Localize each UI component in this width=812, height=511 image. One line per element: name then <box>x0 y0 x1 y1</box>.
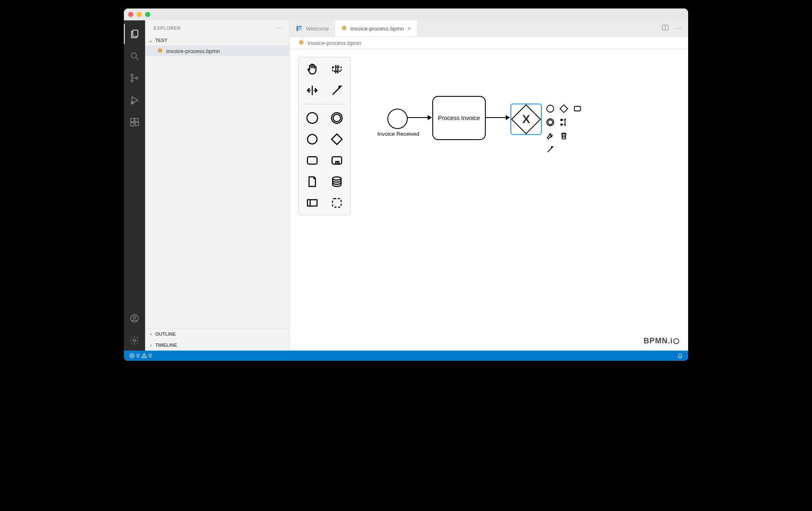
create-task-icon[interactable] <box>301 152 323 169</box>
context-pad <box>544 103 583 155</box>
append-gateway-icon[interactable] <box>558 103 570 115</box>
outline-section[interactable]: › OUTLINE <box>145 328 289 340</box>
minimize-window-button[interactable] <box>137 12 142 17</box>
svg-rect-43 <box>308 200 317 206</box>
file-tree: ⌄ TEST invoice-process.bpmn <box>145 35 289 328</box>
append-text-annotation-icon[interactable] <box>558 116 570 128</box>
svg-rect-37 <box>308 157 317 164</box>
timeline-label: TIMELINE <box>155 343 177 348</box>
svg-point-57 <box>674 339 679 344</box>
svg-point-1 <box>132 53 137 58</box>
explorer-view-icon[interactable] <box>124 24 145 44</box>
close-window-button[interactable] <box>128 12 133 17</box>
hand-tool-icon[interactable] <box>301 61 323 78</box>
svg-point-14 <box>133 339 136 342</box>
maximize-window-button[interactable] <box>145 12 150 17</box>
task[interactable]: Process Invoice <box>432 96 486 140</box>
append-end-event-icon[interactable] <box>544 103 556 115</box>
sidebar-header: EXPLORER ··· <box>145 20 289 35</box>
sequence-flow[interactable] <box>407 117 431 118</box>
svg-point-46 <box>547 105 554 112</box>
bpmn-canvas[interactable]: Invoice Received Process Invoice X <box>290 49 688 351</box>
svg-rect-11 <box>135 122 139 126</box>
create-end-event-icon[interactable] <box>301 131 323 148</box>
chevron-right-icon: › <box>148 343 154 348</box>
sequence-flow[interactable] <box>485 117 510 118</box>
svg-rect-19 <box>299 29 302 31</box>
status-bar: 0 0 <box>124 351 688 361</box>
lasso-tool-icon[interactable] <box>326 61 348 78</box>
bpmn-file-icon <box>341 25 347 32</box>
svg-rect-48 <box>574 107 581 111</box>
task-label: Process Invoice <box>438 115 480 121</box>
svg-point-35 <box>308 135 317 144</box>
space-tool-icon[interactable] <box>301 82 323 99</box>
spacer <box>571 130 583 142</box>
error-count: 0 <box>137 353 140 359</box>
close-tab-icon[interactable]: × <box>407 25 411 32</box>
run-debug-view-icon[interactable] <box>124 90 145 110</box>
svg-point-51 <box>561 119 563 121</box>
svg-point-3 <box>131 74 133 76</box>
bpmn-palette <box>298 57 351 215</box>
search-view-icon[interactable] <box>124 46 145 66</box>
create-data-object-icon[interactable] <box>301 173 323 190</box>
create-gateway-icon[interactable] <box>326 131 348 148</box>
start-event[interactable] <box>387 109 408 129</box>
window-titlebar <box>124 8 688 20</box>
svg-point-5 <box>136 77 138 79</box>
global-connect-tool-icon[interactable] <box>326 82 348 99</box>
svg-point-32 <box>307 113 318 124</box>
breadcrumb[interactable]: invoice-process.bpmn <box>290 37 688 49</box>
svg-point-15 <box>160 50 160 51</box>
start-event-label[interactable]: Invoice Received <box>373 131 424 137</box>
create-data-store-icon[interactable] <box>326 173 348 190</box>
tab-bar: Welcome invoice-process.bpmn × ··· <box>290 20 688 37</box>
svg-point-13 <box>133 316 136 319</box>
svg-point-23 <box>301 42 302 42</box>
svg-point-20 <box>344 27 344 28</box>
accounts-icon[interactable] <box>124 308 145 328</box>
bpmn-file-icon <box>298 39 304 47</box>
connect-arrow-icon[interactable] <box>544 143 556 155</box>
chevron-right-icon: › <box>148 332 154 337</box>
sidebar-more-actions[interactable]: ··· <box>275 24 283 32</box>
status-problems[interactable]: 0 0 <box>129 353 151 359</box>
gateway-selected[interactable]: X <box>510 104 542 135</box>
status-notifications-bell-icon[interactable] <box>677 353 683 359</box>
svg-rect-18 <box>299 28 302 29</box>
create-participant-icon[interactable] <box>301 194 323 211</box>
watermark-text: BPMN.i <box>644 337 673 345</box>
svg-point-4 <box>131 80 133 82</box>
svg-rect-0 <box>133 30 138 36</box>
tree-folder-root[interactable]: ⌄ TEST <box>145 35 289 45</box>
window-controls <box>128 12 150 17</box>
svg-rect-9 <box>135 118 138 122</box>
spacer <box>571 116 583 128</box>
file-name: invoice-process.bpmn <box>166 48 220 54</box>
delete-trash-icon[interactable] <box>558 130 570 142</box>
create-group-icon[interactable] <box>326 194 348 211</box>
extensions-view-icon[interactable] <box>124 112 145 132</box>
settings-gear-icon[interactable] <box>124 330 145 351</box>
split-editor-icon[interactable] <box>661 24 669 33</box>
svg-rect-16 <box>297 26 298 31</box>
tab-label: Welcome <box>306 25 329 32</box>
tab-bpmn-file[interactable]: invoice-process.bpmn × <box>335 20 417 36</box>
bpmn-file-icon <box>157 48 163 55</box>
timeline-section[interactable]: › TIMELINE <box>145 340 289 351</box>
outline-label: OUTLINE <box>155 331 176 337</box>
more-editor-actions[interactable]: ··· <box>676 25 681 32</box>
source-control-view-icon[interactable] <box>124 68 145 88</box>
change-type-wrench-icon[interactable] <box>544 130 556 142</box>
create-start-event-icon[interactable] <box>301 110 323 126</box>
editor-area: Welcome invoice-process.bpmn × ··· <box>290 20 688 351</box>
append-intermediate-event-icon[interactable] <box>544 116 556 128</box>
create-subprocess-icon[interactable] <box>326 152 348 169</box>
svg-rect-17 <box>299 26 302 27</box>
tab-welcome[interactable]: Welcome <box>290 20 335 36</box>
tree-file-item[interactable]: invoice-process.bpmn <box>145 45 289 56</box>
create-intermediate-event-icon[interactable] <box>326 110 348 126</box>
sidebar-title: EXPLORER <box>154 25 181 31</box>
append-task-icon[interactable] <box>571 103 583 115</box>
